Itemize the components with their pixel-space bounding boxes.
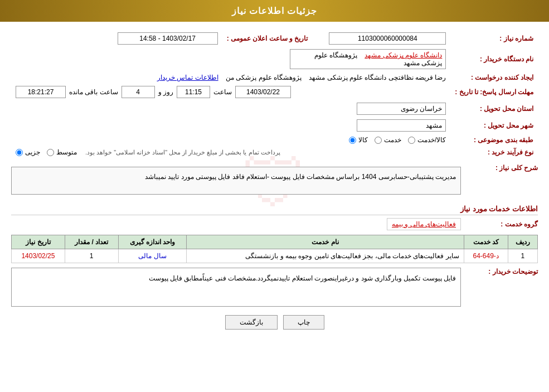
deadline-date: 1403/02/22 xyxy=(235,86,291,98)
need-number-label: شماره نیاز : xyxy=(450,30,538,47)
category-option-service-only[interactable]: خدمت xyxy=(375,136,401,144)
table-row: 1د-649-64سایر فعالیت‌های خدمات مالی، بجز… xyxy=(12,249,538,263)
service-group-label: گروه خدمت : xyxy=(465,220,538,228)
announce-value: 1403/02/17 - 14:58 xyxy=(118,32,218,45)
services-section-title: اطلاعات خدمات مورد نیاز xyxy=(11,205,538,215)
category-radio-goods[interactable] xyxy=(349,137,356,144)
service-code: د-649-64 xyxy=(464,249,508,263)
buyer-desc-label: توضیحات خریدار : xyxy=(465,268,538,275)
category-option-service[interactable]: کالا/خدمت xyxy=(408,136,446,144)
row-num: 1 xyxy=(508,249,537,263)
service-group-row: گروه خدمت : فعالیت‌های مالی و بیمه xyxy=(11,218,538,230)
col-header-row: ردیف xyxy=(508,235,537,249)
col-header-date: تاریخ نیاز xyxy=(12,235,65,249)
deadline-remaining-label: ساعت باقی مانده xyxy=(69,88,118,96)
page-header: جزئیات اطلاعات نیاز xyxy=(0,0,549,22)
org-name-label: نام دستگاه خریدار : xyxy=(450,47,538,71)
description-value: مدیریت پشتیبانی-حسابرسی 1404 براساس مشخص… xyxy=(11,167,461,195)
description-row: شرح کلی نیاز : مدیریت پشتیبانی-حسابرسی 1… xyxy=(11,164,538,200)
print-button[interactable]: چاپ xyxy=(283,315,324,330)
services-table: ردیف کد خدمت نام خدمت واحد اندازه گیری ت… xyxy=(11,235,538,263)
province-label: استان محل تحویل : xyxy=(450,100,538,117)
process-minor-label: جزیی xyxy=(25,148,40,156)
process-radio-group: متوسط جزیی xyxy=(16,148,77,156)
col-header-name: نام خدمت xyxy=(187,235,464,249)
process-note: پرداخت تمام یا بخشی از مبلغ خریدار از مح… xyxy=(85,149,280,156)
service-group-value[interactable]: فعالیت‌های مالی و بیمه xyxy=(387,218,461,230)
org-link[interactable]: دانشگاه علوم پزشکی مشهد xyxy=(365,51,442,59)
deadline-time: 11:15 xyxy=(177,86,210,98)
category-option-service-label: کالا/خدمت xyxy=(417,136,446,144)
creator-name: رضا فریضه نظافتچی دانشگاه علوم پزشکی مشه… xyxy=(309,74,446,81)
col-header-code: کد خدمت xyxy=(464,235,508,249)
category-option-service-only-label: خدمت xyxy=(384,136,401,144)
creator-label: ایجاد کننده درخواست : xyxy=(450,71,538,84)
process-option-minor[interactable]: جزیی xyxy=(16,148,40,156)
buyer-desc-value: فایل پیوست تکمیل وبارگذاری شود و درغیرای… xyxy=(11,268,461,307)
province-value: خراسان رضوی xyxy=(357,103,446,115)
process-label: نوع فرآیند خرید : xyxy=(450,146,538,158)
process-radio-medium[interactable] xyxy=(47,149,54,156)
service-name: سایر فعالیت‌های خدمات مالی، بجز فعالیت‌ه… xyxy=(187,249,464,263)
category-radio-service[interactable] xyxy=(408,137,415,144)
buyer-desc-row: توضیحات خریدار : فایل پیوست تکمیل وبارگذ… xyxy=(11,268,538,307)
need-number-value: 1103000060000084 xyxy=(329,32,446,45)
process-medium-label: متوسط xyxy=(56,148,77,156)
quantity: 1 xyxy=(65,249,118,263)
deadline-days-label: روز و xyxy=(158,88,173,96)
category-radio-group: کالا/خدمت خدمت کالا xyxy=(349,136,446,144)
deadline-time-label: ساعت xyxy=(213,88,232,96)
category-option-goods-label: کالا xyxy=(358,136,368,144)
announce-label: تاریخ و ساعت اعلان عمومی : xyxy=(222,30,325,47)
process-radio-minor[interactable] xyxy=(16,149,23,156)
category-option-goods[interactable]: کالا xyxy=(349,136,368,144)
city-value: مشهد xyxy=(357,119,446,132)
deadline-label: مهلت ارسال پاسخ: تا تاریخ : xyxy=(450,84,538,100)
col-header-unit: واحد اندازه گیری xyxy=(118,235,187,249)
page-title: جزئیات اطلاعات نیاز xyxy=(232,6,318,16)
button-row: چاپ بازگشت xyxy=(11,315,538,330)
city-label: شهر محل تحویل : xyxy=(450,117,538,134)
creator-org: پژوهشگاه علوم پزشکی من xyxy=(226,74,302,81)
description-label: شرح کلی نیاز : xyxy=(465,164,538,172)
deadline-remaining: 18:21:27 xyxy=(16,86,66,98)
date: 1403/02/25 xyxy=(12,249,65,263)
deadline-days: 4 xyxy=(122,86,155,98)
process-option-medium[interactable]: متوسط xyxy=(47,148,77,156)
back-button[interactable]: بازگشت xyxy=(225,315,278,330)
contact-link[interactable]: اطلاعات تماس خریدار xyxy=(157,74,218,81)
unit: سال مالی xyxy=(118,249,187,263)
col-header-qty: تعداد / مقدار xyxy=(65,235,118,249)
category-radio-service-only[interactable] xyxy=(375,137,382,144)
category-label: طبقه بندی موضوعی : xyxy=(450,134,538,146)
info-table: شماره نیاز : 1103000060000084 تاریخ و سا… xyxy=(11,30,538,158)
